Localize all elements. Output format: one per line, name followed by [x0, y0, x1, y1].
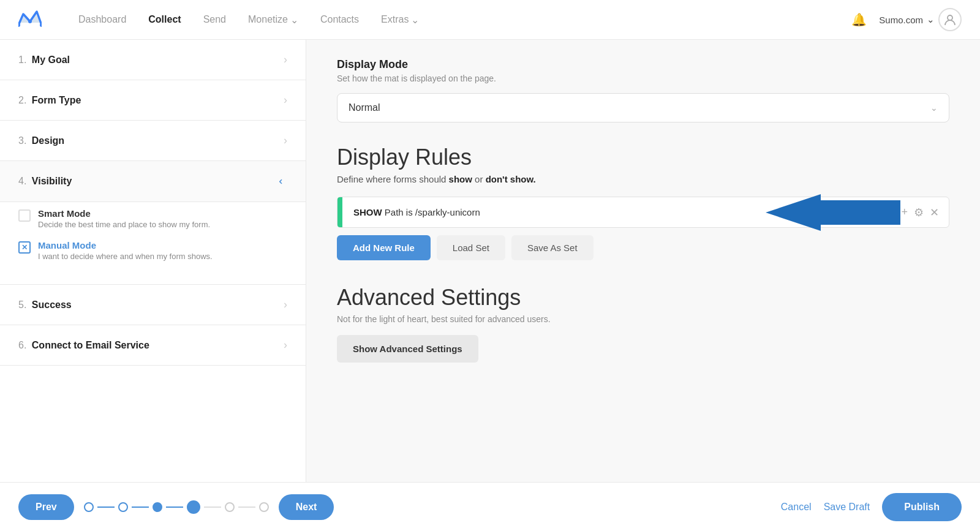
nav-dashboard[interactable]: Dashboard: [78, 14, 126, 25]
bottom-right: Cancel Save Draft Publish: [781, 493, 962, 521]
sidebar-item-visibility[interactable]: 4. Visibility ⌄: [0, 161, 306, 202]
nav-monetize[interactable]: Monetize ⌄: [248, 14, 298, 26]
rule-add-button[interactable]: +: [901, 206, 908, 219]
display-mode-desc: Set how the mat is displayed on the page…: [337, 73, 949, 83]
content-area: Display Mode Set how the mat is displaye…: [306, 40, 980, 482]
progress-dots: [84, 500, 269, 514]
publish-button[interactable]: Publish: [882, 493, 962, 521]
cancel-button[interactable]: Cancel: [781, 502, 812, 513]
manual-mode-desc: I want to decide where and when my form …: [38, 252, 213, 261]
bottom-left: Prev Next: [18, 494, 334, 520]
svg-point-2: [28, 20, 32, 23]
rule-show-label: SHOW: [353, 207, 382, 217]
account-label: Sumo.com: [879, 15, 923, 25]
bottom-bar: Prev Next Cancel Save Draft Publish: [0, 482, 980, 531]
chevron-down-icon: ⌄: [276, 177, 290, 186]
rule-path-text: Path is /sparkly-unicorn: [385, 207, 480, 217]
chevron-down-icon: ⌄: [290, 14, 298, 26]
manual-mode-title: Manual Mode: [38, 240, 213, 250]
chevron-down-icon: ⌄: [927, 14, 935, 25]
show-text: show: [449, 174, 472, 184]
progress-dot-4: [187, 500, 200, 514]
sidebar-item-success[interactable]: 5. Success ›: [0, 285, 306, 325]
next-button[interactable]: Next: [279, 494, 334, 520]
nav-links: Dashboard Collect Send Monetize ⌄ Contac…: [78, 14, 851, 26]
svg-point-3: [948, 15, 952, 20]
display-rules-title: Display Rules: [337, 145, 949, 170]
nav-right: 🔔 Sumo.com ⌄: [851, 8, 962, 31]
sidebar-item-email-service[interactable]: 6. Connect to Email Service ›: [0, 325, 306, 366]
rule-settings-button[interactable]: ⚙: [914, 206, 924, 219]
smart-mode-option[interactable]: Smart Mode Decide the best time and plac…: [18, 208, 287, 229]
sidebar: 1. My Goal › 2. Form Type › 3. Design › …: [0, 40, 306, 482]
smart-mode-checkbox[interactable]: [18, 209, 31, 222]
svg-marker-5: [766, 194, 900, 231]
display-rules-desc: Define where forms should show or don't …: [337, 174, 949, 184]
chevron-right-icon: ›: [284, 134, 287, 147]
manual-mode-option[interactable]: Manual Mode I want to decide where and w…: [18, 240, 287, 261]
chevron-down-icon: ⌄: [930, 103, 938, 113]
progress-dot-2: [118, 502, 128, 512]
account-menu[interactable]: Sumo.com ⌄: [879, 8, 962, 31]
save-as-set-button[interactable]: Save As Set: [511, 235, 594, 260]
sidebar-item-design[interactable]: 3. Design ›: [0, 121, 306, 161]
rule-indicator: [337, 197, 342, 227]
sidebar-item-my-goal[interactable]: 1. My Goal ›: [0, 40, 306, 80]
smart-mode-title: Smart Mode: [38, 208, 210, 219]
rule-row-container: SHOW Path is /sparkly-unicorn + ⚙ ✕: [337, 197, 949, 228]
notification-bell-icon[interactable]: 🔔: [851, 12, 867, 27]
display-mode-section: Display Mode Set how the mat is displaye…: [337, 58, 949, 122]
progress-dot-3: [153, 502, 162, 512]
chevron-right-icon: ›: [284, 53, 287, 66]
smart-mode-desc: Decide the best time and place to show m…: [38, 220, 210, 229]
avatar[interactable]: [938, 8, 962, 31]
progress-connector-3: [166, 507, 183, 508]
progress-connector-1: [97, 507, 115, 508]
progress-connector-4: [204, 507, 221, 508]
visibility-options: Smart Mode Decide the best time and plac…: [0, 202, 306, 285]
nav-send[interactable]: Send: [203, 14, 226, 25]
rules-buttons: Add New Rule Load Set Save As Set: [337, 235, 949, 260]
sidebar-item-form-type[interactable]: 2. Form Type ›: [0, 80, 306, 121]
prev-button[interactable]: Prev: [18, 494, 74, 520]
display-mode-select[interactable]: Normal ⌄: [337, 93, 949, 122]
progress-connector-5: [238, 507, 255, 508]
top-navigation: Dashboard Collect Send Monetize ⌄ Contac…: [0, 0, 980, 40]
manual-mode-checkbox[interactable]: [18, 241, 31, 254]
add-new-rule-button[interactable]: Add New Rule: [337, 235, 431, 260]
dont-show-text: don't show.: [486, 174, 536, 184]
rule-delete-button[interactable]: ✕: [930, 206, 939, 219]
advanced-settings-section: Advanced Settings Not for the light of h…: [337, 285, 949, 363]
nav-extras[interactable]: Extras ⌄: [381, 14, 419, 26]
show-advanced-settings-button[interactable]: Show Advanced Settings: [337, 335, 478, 363]
chevron-down-icon: ⌄: [411, 14, 419, 26]
progress-connector-2: [132, 507, 149, 508]
chevron-right-icon: ›: [284, 94, 287, 107]
save-draft-button[interactable]: Save Draft: [824, 502, 870, 513]
progress-dot-5: [225, 502, 235, 512]
logo[interactable]: [18, 9, 42, 30]
rule-actions: + ⚙ ✕: [901, 206, 949, 219]
display-mode-selected-value: Normal: [349, 102, 380, 113]
nav-contacts[interactable]: Contacts: [320, 14, 359, 25]
nav-collect[interactable]: Collect: [148, 14, 181, 25]
load-set-button[interactable]: Load Set: [437, 235, 505, 260]
main-layout: 1. My Goal › 2. Form Type › 3. Design › …: [0, 40, 980, 482]
pointing-arrow: [766, 194, 900, 231]
chevron-right-icon: ›: [284, 339, 287, 352]
progress-dot-6: [259, 502, 269, 512]
advanced-settings-desc: Not for the light of heart, best suited …: [337, 314, 949, 324]
chevron-right-icon: ›: [284, 298, 287, 311]
display-mode-title: Display Mode: [337, 58, 949, 71]
advanced-settings-title: Advanced Settings: [337, 285, 949, 311]
display-rules-section: Display Rules Define where forms should …: [337, 145, 949, 260]
progress-dot-1: [84, 502, 94, 512]
